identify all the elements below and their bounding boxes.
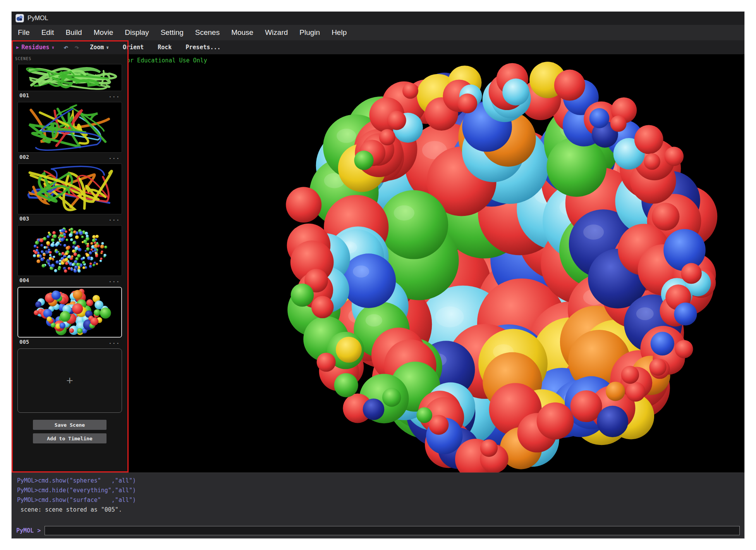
scene-label-row: 001... [17, 91, 122, 98]
scene-card-001: 001... [17, 64, 122, 98]
scene-label-row: 002... [17, 153, 122, 160]
menu-item-display[interactable]: Display [125, 28, 149, 37]
scene-card-004: 004... [17, 225, 122, 283]
scenes-panel-header: SCENES [15, 57, 122, 61]
scene-thumbnail-002[interactable] [17, 102, 122, 153]
chevron-down-icon: ∨ [106, 45, 109, 50]
app-window: PyMOL FileEditBuildMovieDisplaySettingSc… [12, 12, 744, 538]
menu-item-setting[interactable]: Setting [161, 28, 184, 37]
menu-item-wizard[interactable]: Wizard [265, 28, 288, 37]
menu-item-file[interactable]: File [18, 28, 30, 37]
plus-icon: + [66, 374, 73, 387]
scene-card-003: 003... [17, 164, 122, 222]
pymol-logo-icon [15, 14, 24, 22]
menu-item-scenes[interactable]: Scenes [195, 28, 220, 37]
scene-label-002: 002 [19, 154, 29, 160]
scene-label-005: 005 [19, 339, 29, 345]
prompt-row: PyMOL > [12, 526, 744, 535]
scene-card-005: 005... [17, 287, 122, 345]
scene-menu-button-003[interactable]: ... [109, 216, 120, 222]
viewport-3d[interactable]: For Educational Use Only [128, 54, 744, 472]
chevron-down-icon: ∨ [52, 45, 54, 50]
scene-label-row: 004... [17, 276, 122, 283]
undo-button[interactable]: ↶ [64, 43, 68, 52]
selection-arrow-icon: ▶ [16, 45, 19, 50]
menu-item-build[interactable]: Build [65, 28, 82, 37]
console-line: PyMOL>cmd.show("spheres" ,"all") [17, 476, 739, 486]
selection-mode-label: Residues [21, 44, 49, 51]
scene-label-004: 004 [19, 277, 29, 283]
console-line: PyMOL>cmd.show("surface" ,"all") [17, 495, 739, 505]
toolbar: ▶ Residues ∨ ↶ ↷ Zoom ∨ Orient Rock Pres… [12, 40, 744, 54]
edu-watermark: For Educational Use Only [128, 57, 207, 64]
scene-menu-button-001[interactable]: ... [109, 93, 120, 98]
scene-thumbnail-005[interactable] [17, 287, 122, 338]
scene-label-003: 003 [19, 216, 29, 222]
console-line: scene: scene stored as "005". [17, 505, 739, 515]
command-input[interactable] [45, 526, 740, 535]
console-line: PyMOL>cmd.hide("everything","all") [17, 486, 739, 495]
menu-item-help[interactable]: Help [332, 28, 347, 37]
main-area: SCENES 001...002...003...004...005... + … [12, 54, 744, 472]
add-to-timeline-button[interactable]: Add to Timeline [33, 433, 107, 443]
menu-item-mouse[interactable]: Mouse [231, 28, 253, 37]
molecule-surface-render [128, 54, 744, 472]
zoom-label: Zoom [90, 44, 104, 51]
rock-button[interactable]: Rock [158, 44, 172, 51]
menu-bar: FileEditBuildMovieDisplaySettingScenesMo… [12, 25, 744, 40]
save-scene-button[interactable]: Save Scene [33, 420, 107, 430]
redo-button[interactable]: ↷ [74, 43, 79, 52]
menu-item-plugin[interactable]: Plugin [299, 28, 320, 37]
scene-label-row: 003... [17, 214, 122, 222]
scene-label-row: 005... [17, 338, 122, 345]
selection-mode-dropdown[interactable]: ▶ Residues ∨ [16, 44, 54, 51]
scene-label-001: 001 [19, 92, 29, 98]
scenes-panel: SCENES 001...002...003...004...005... + … [12, 54, 128, 472]
prompt-label: PyMOL > [16, 527, 41, 534]
command-console: PyMOL>cmd.show("spheres" ,"all")PyMOL>cm… [12, 472, 744, 538]
menu-item-edit[interactable]: Edit [41, 28, 54, 37]
scene-menu-button-005[interactable]: ... [109, 339, 120, 345]
console-output: PyMOL>cmd.show("spheres" ,"all")PyMOL>cm… [12, 476, 744, 515]
scene-list: 001...002...003...004...005... [17, 64, 122, 345]
scene-thumbnail-004[interactable] [17, 225, 122, 276]
orient-button[interactable]: Orient [123, 44, 144, 51]
presets-button[interactable]: Presets... [186, 44, 220, 51]
scene-thumbnail-001[interactable] [17, 64, 122, 91]
scene-thumbnail-003[interactable] [17, 164, 122, 214]
window-title: PyMOL [27, 15, 48, 22]
scene-menu-button-004[interactable]: ... [109, 278, 120, 283]
add-scene-slot[interactable]: + [17, 348, 122, 413]
menu-item-movie[interactable]: Movie [94, 28, 113, 37]
scene-card-002: 002... [17, 102, 122, 160]
title-bar: PyMOL [12, 12, 744, 25]
zoom-dropdown[interactable]: Zoom ∨ [90, 44, 109, 51]
scene-menu-button-002[interactable]: ... [109, 154, 120, 160]
